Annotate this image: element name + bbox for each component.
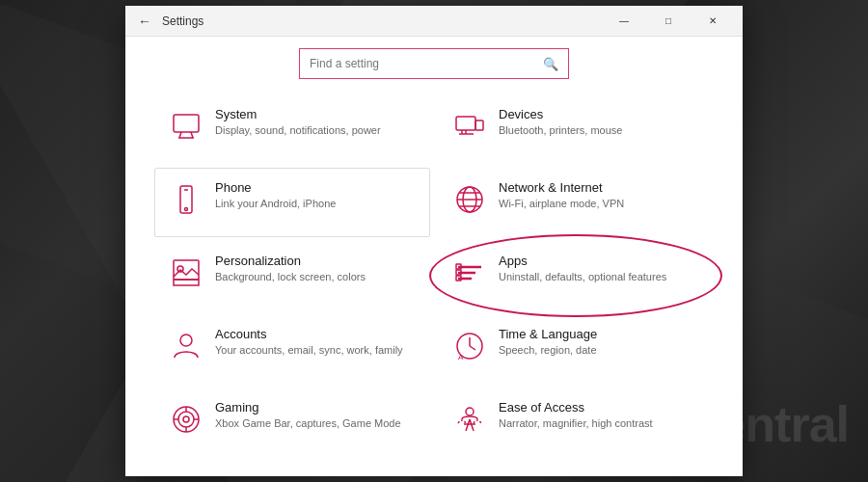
search-box[interactable]: 🔍 bbox=[299, 48, 569, 79]
svg-line-39 bbox=[466, 419, 470, 431]
svg-point-26 bbox=[180, 335, 192, 346]
accounts-title: Accounts bbox=[215, 327, 416, 341]
svg-rect-5 bbox=[475, 120, 483, 130]
devices-subtitle: Bluetooth, printers, mouse bbox=[499, 123, 699, 138]
window-controls: — □ ✕ bbox=[602, 6, 735, 37]
svg-line-1 bbox=[179, 132, 181, 138]
time-title: Time & Language bbox=[499, 327, 699, 341]
search-input[interactable] bbox=[310, 57, 543, 70]
settings-item-time[interactable]: A Time & Language Speech, region, date bbox=[438, 314, 714, 384]
phone-title: Phone bbox=[215, 180, 416, 195]
grid-row-1: System Display, sound, notifications, po… bbox=[154, 94, 714, 164]
system-text: System Display, sound, notifications, po… bbox=[215, 107, 416, 138]
system-icon bbox=[169, 109, 203, 144]
phone-subtitle: Link your Android, iPhone bbox=[215, 197, 416, 211]
gaming-subtitle: Xbox Game Bar, captures, Game Mode bbox=[215, 416, 416, 431]
personalization-subtitle: Background, lock screen, colors bbox=[215, 270, 416, 284]
maximize-button[interactable]: □ bbox=[646, 6, 691, 37]
svg-line-2 bbox=[191, 132, 193, 138]
grid-row-2: Phone Link your Android, iPhone Network … bbox=[154, 168, 714, 237]
phone-icon bbox=[169, 182, 203, 217]
gaming-title: Gaming bbox=[215, 400, 416, 415]
time-text: Time & Language Speech, region, date bbox=[499, 327, 699, 358]
personalization-text: Personalization Background, lock screen,… bbox=[215, 254, 416, 284]
svg-rect-18 bbox=[174, 280, 199, 285]
window-title: Settings bbox=[162, 14, 203, 28]
grid-row-4: Accounts Your accounts, email, sync, wor… bbox=[154, 314, 714, 384]
accounts-subtitle: Your accounts, email, sync, work, family bbox=[215, 343, 416, 358]
titlebar: ← Settings — □ ✕ bbox=[125, 6, 743, 37]
settings-item-ease[interactable]: Ease of Access Narrator, magnifier, high… bbox=[438, 388, 714, 457]
gaming-text: Gaming Xbox Game Bar, captures, Game Mod… bbox=[215, 400, 416, 431]
settings-item-apps[interactable]: Apps Uninstall, defaults, optional featu… bbox=[438, 241, 714, 310]
svg-point-38 bbox=[466, 408, 474, 415]
svg-line-29 bbox=[470, 346, 475, 350]
time-icon: A bbox=[452, 329, 487, 363]
ease-text: Ease of Access Narrator, magnifier, high… bbox=[499, 400, 699, 431]
search-container: 🔍 bbox=[125, 37, 743, 94]
grid-row-5: Gaming Xbox Game Bar, captures, Game Mod… bbox=[154, 388, 714, 457]
accounts-text: Accounts Your accounts, email, sync, wor… bbox=[215, 327, 416, 358]
settings-item-gaming[interactable]: Gaming Xbox Game Bar, captures, Game Mod… bbox=[154, 388, 430, 457]
svg-rect-4 bbox=[456, 117, 475, 130]
settings-item-accounts[interactable]: Accounts Your accounts, email, sync, wor… bbox=[154, 314, 430, 384]
settings-item-devices[interactable]: Devices Bluetooth, printers, mouse bbox=[438, 94, 714, 164]
network-subtitle: Wi-Fi, airplane mode, VPN bbox=[499, 197, 699, 211]
personalization-title: Personalization bbox=[215, 254, 416, 268]
phone-text: Phone Link your Android, iPhone bbox=[215, 180, 416, 211]
ease-icon bbox=[452, 402, 487, 437]
apps-subtitle: Uninstall, defaults, optional features bbox=[499, 270, 699, 284]
apps-text: Apps Uninstall, defaults, optional featu… bbox=[499, 254, 699, 284]
ease-title: Ease of Access bbox=[499, 400, 699, 415]
svg-text:A: A bbox=[458, 353, 464, 362]
devices-text: Devices Bluetooth, printers, mouse bbox=[499, 107, 699, 138]
system-title: System bbox=[215, 107, 416, 121]
apps-icon bbox=[452, 255, 487, 290]
network-title: Network & Internet bbox=[499, 180, 699, 195]
svg-point-33 bbox=[183, 416, 189, 422]
svg-point-32 bbox=[178, 412, 194, 427]
apps-title: Apps bbox=[499, 254, 699, 268]
system-subtitle: Display, sound, notifications, power bbox=[215, 123, 416, 138]
network-icon bbox=[452, 182, 487, 217]
time-subtitle: Speech, region, date bbox=[499, 343, 699, 358]
settings-item-network[interactable]: Network & Internet Wi-Fi, airplane mode,… bbox=[438, 168, 714, 237]
devices-icon bbox=[452, 109, 487, 144]
svg-point-11 bbox=[185, 208, 188, 211]
accounts-icon bbox=[169, 329, 203, 363]
network-text: Network & Internet Wi-Fi, airplane mode,… bbox=[499, 180, 699, 211]
gaming-icon bbox=[169, 402, 203, 437]
settings-item-personalization[interactable]: Personalization Background, lock screen,… bbox=[154, 241, 430, 310]
settings-window: ← Settings — □ ✕ 🔍 bbox=[125, 6, 743, 476]
settings-item-phone[interactable]: Phone Link your Android, iPhone bbox=[154, 168, 430, 237]
personalization-icon bbox=[169, 255, 203, 290]
svg-line-40 bbox=[470, 419, 474, 431]
settings-grid: System Display, sound, notifications, po… bbox=[125, 94, 743, 476]
close-button[interactable]: ✕ bbox=[691, 6, 735, 37]
search-icon: 🔍 bbox=[543, 57, 558, 71]
minimize-button[interactable]: — bbox=[602, 6, 646, 37]
ease-subtitle: Narrator, magnifier, high contrast bbox=[499, 416, 699, 431]
devices-title: Devices bbox=[499, 107, 699, 121]
back-button[interactable]: ← bbox=[133, 10, 156, 33]
settings-item-system[interactable]: System Display, sound, notifications, po… bbox=[154, 94, 430, 164]
grid-row-3: Personalization Background, lock screen,… bbox=[154, 241, 714, 310]
svg-rect-0 bbox=[174, 115, 199, 132]
